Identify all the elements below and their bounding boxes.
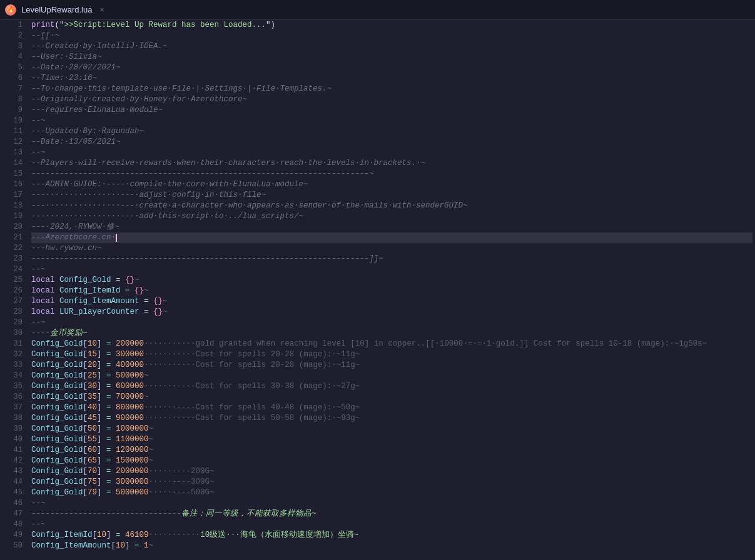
code-line-38: Config_Gold[45] = 900000·······----Cost … (31, 413, 752, 424)
ln-46: 46 (4, 498, 23, 509)
code-line-34: Config_Gold[25] = 500000~ (31, 371, 752, 381)
code-line-32: Config_Gold[15] = 300000···········Cost … (31, 349, 752, 360)
code-line-16: ---ADMIN·GUIDE:·----·compile·the·core·wi… (31, 179, 752, 190)
keyword-print: print (31, 20, 55, 31)
code-line-31: Config_Gold[10] = 200000···········gold … (31, 339, 752, 349)
code-line-20: ---·2024,·RYWOW·修~ (31, 222, 752, 232)
code-line-21: ---Azerothcore.cn· (31, 232, 752, 243)
code-line-12: --Date:·13/05/2021~ (31, 137, 752, 148)
code-line-8: --Originally·created·by·Honey·for·Azerot… (31, 94, 752, 105)
ln-29: 29 (4, 318, 23, 328)
code-line-29: --~ (31, 318, 752, 328)
ln-26: 26 (4, 286, 23, 296)
ln-28: 28 (4, 307, 23, 318)
code-line-25: local Config_Gold = {}~ (31, 275, 752, 286)
code-line-42: Config_Gold[65] = 1500000~ (31, 456, 752, 466)
ln-38: 38 (4, 413, 23, 424)
ln-8: 8 (4, 94, 23, 105)
code-line-47: --------------------------------备注：同一等级，… (31, 509, 752, 519)
code-line-4: --User:·Silvia~ (31, 52, 752, 62)
ln-44: 44 (4, 477, 23, 488)
ln-47: 47 (4, 509, 23, 519)
code-line-14: --Players·will·receive·rewards·when·thei… (31, 158, 752, 169)
code-line-44: Config_Gold[75] = 3000000·····----300G~ (31, 477, 752, 488)
ln-6: 6 (4, 73, 23, 84)
code-line-35: Config_Gold[30] = 600000·······----Cost … (31, 381, 752, 392)
ln-10: 10 (4, 116, 23, 126)
ln-21: 21 (4, 232, 23, 243)
code-line-41: Config_Gold[60] = 1200000~ (31, 445, 752, 456)
code-line-46: --~ (31, 498, 752, 509)
ln-23: 23 (4, 254, 23, 264)
ln-7: 7 (4, 84, 23, 94)
code-line-11: ---Updated·By:·Ragundah~ (31, 126, 752, 137)
ln-3: 3 (4, 41, 23, 52)
ln-36: 36 (4, 392, 23, 402)
ln-42: 42 (4, 456, 23, 466)
ln-32: 32 (4, 349, 23, 360)
ln-34: 34 (4, 371, 23, 381)
ln-43: 43 (4, 466, 23, 477)
ln-17: 17 (4, 190, 23, 201)
file-title: LevelUpReward.lua (21, 5, 92, 14)
ln-27: 27 (4, 296, 23, 307)
code-line-24: --~ (31, 264, 752, 275)
code-line-18: ---················---·create·a·characte… (31, 201, 752, 211)
code-line-45: Config_Gold[79] = 5000000·····----500G~ (31, 488, 752, 498)
ln-9: 9 (4, 105, 23, 116)
code-line-39: Config_Gold[50] = 1000000~ (31, 424, 752, 434)
code-line-5: --Date:·28/02/2021~ (31, 62, 752, 73)
code-line-3: ---Created·by·IntelliJ·IDEA.~ (31, 41, 752, 52)
ln-22: 22 (4, 243, 23, 254)
code-line-40: Config_Gold[55] = 1100000~ (31, 434, 752, 445)
code-line-17: ---················---·adjust·config·in·… (31, 190, 752, 201)
ln-11: 11 (4, 126, 23, 137)
code-content[interactable]: print(">>Script:Level Up Reward has been… (26, 20, 755, 560)
code-line-33: Config_Gold[20] = 400000···········Cost … (31, 360, 752, 371)
ln-39: 39 (4, 424, 23, 434)
code-line-49: Config_ItemId[10] = 46109···········10级送… (31, 530, 752, 541)
ln-49: 49 (4, 530, 23, 541)
code-line-48: --~ (31, 519, 752, 530)
editor: 1 2 3 4 5 6 7 8 9 10 11 12 13 14 15 16 1… (0, 20, 755, 560)
code-line-36: Config_Gold[35] = 700000~ (31, 392, 752, 402)
ln-5: 5 (4, 62, 23, 73)
app-icon: 🔥 (5, 4, 16, 16)
code-line-43: Config_Gold[70] = 2000000·····----200G~ (31, 466, 752, 477)
title-bar: 🔥 LevelUpReward.lua ✕ (0, 0, 755, 20)
ln-18: 18 (4, 201, 23, 211)
code-line-23: ----------------------------------------… (31, 254, 752, 264)
ln-1: 1 (4, 20, 23, 31)
app-window: 🔥 LevelUpReward.lua ✕ 1 2 3 4 5 6 7 8 9 … (0, 0, 755, 560)
close-button[interactable]: ✕ (99, 5, 104, 14)
ln-37: 37 (4, 402, 23, 413)
ln-25: 25 (4, 275, 23, 286)
text-cursor (116, 234, 117, 242)
ln-45: 45 (4, 488, 23, 498)
ln-48: 48 (4, 519, 23, 530)
code-line-26: local Config_ItemId = {}~ (31, 286, 752, 296)
code-line-50: Config_ItemAmount[10] = 1~ (31, 541, 752, 551)
ln-13: 13 (4, 148, 23, 158)
code-line-15: ----------------------------------------… (31, 169, 752, 179)
code-line-28: local LUR_playerCounter = {}~ (31, 307, 752, 318)
ln-2: 2 (4, 31, 23, 41)
line-numbers: 1 2 3 4 5 6 7 8 9 10 11 12 13 14 15 16 1… (0, 20, 26, 560)
code-line-6: --Time:·23:16~ (31, 73, 752, 84)
ln-15: 15 (4, 169, 23, 179)
ln-4: 4 (4, 52, 23, 62)
ln-16: 16 (4, 179, 23, 190)
ln-41: 41 (4, 445, 23, 456)
ln-12: 12 (4, 137, 23, 148)
code-line-27: local Config_ItemAmount = {}~ (31, 296, 752, 307)
ln-35: 35 (4, 381, 23, 392)
code-line-13: --~ (31, 148, 752, 158)
ln-19: 19 (4, 211, 23, 222)
code-line-22: ---hw.rywow.cn~ (31, 243, 752, 254)
ln-24: 24 (4, 264, 23, 275)
code-line-30: ----金币奖励~ (31, 328, 752, 339)
code-line-19: ---················---·add·this·script·t… (31, 211, 752, 222)
ln-50: 50 (4, 541, 23, 551)
code-line-2: --[[·~ (31, 31, 752, 41)
ln-14: 14 (4, 158, 23, 169)
